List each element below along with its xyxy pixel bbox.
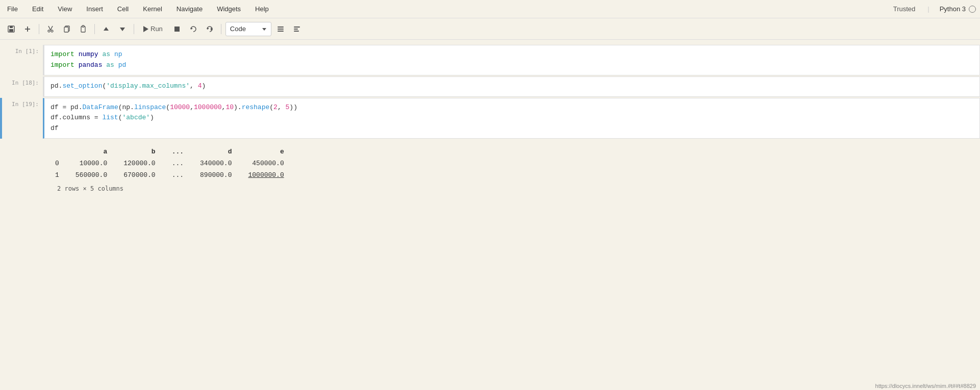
code-line-3-3: df — [51, 123, 973, 134]
svg-rect-23 — [294, 29, 298, 30]
menu-view[interactable]: View — [55, 4, 75, 14]
df-underlined-value: 1000000.0 — [248, 171, 284, 179]
cell-1: In [1]: import numpy as np import pandas… — [0, 45, 980, 75]
df-header-idx — [53, 146, 67, 158]
cell-3-output: a b ... d e 0 10000.0 120000.0 ... 34000… — [43, 140, 980, 198]
run-button[interactable]: Run — [138, 22, 168, 36]
command-palette-button[interactable] — [273, 22, 288, 36]
menu-insert[interactable]: Insert — [83, 4, 106, 14]
svg-rect-10 — [82, 25, 84, 27]
status-url: https://dlocycs.innelt/ws/mim.#t##t#8829 — [875, 383, 976, 389]
cell-3: In [19]: df = pd.DataFrame(np.linspace(1… — [0, 98, 980, 139]
menu-navigate[interactable]: Navigate — [173, 4, 206, 14]
df-header-b: b — [115, 146, 163, 158]
move-down-button[interactable] — [115, 22, 130, 36]
code-line-1-2: import pandas as pd — [51, 60, 973, 71]
cell-type-dropdown[interactable]: Code — [225, 22, 271, 36]
cut-button[interactable] — [43, 22, 58, 36]
svg-marker-16 — [207, 28, 209, 30]
cell-type-value: Code — [230, 25, 246, 33]
menu-bar: File Edit View Insert Cell Kernel Naviga… — [0, 0, 980, 18]
menu-help[interactable]: Help — [252, 4, 272, 14]
toolbar-divider-4 — [221, 24, 221, 34]
df-cell-0-ellipsis: ... — [164, 158, 192, 169]
cell-toolbar-button[interactable] — [290, 22, 304, 36]
svg-point-6 — [51, 30, 53, 32]
menu-kernel[interactable]: Kernel — [140, 4, 165, 14]
as-kw-2: as — [106, 61, 114, 69]
svg-rect-21 — [278, 31, 284, 32]
df-cell-0-e: 450000.0 — [240, 158, 292, 169]
restart-run-button[interactable] — [203, 22, 217, 36]
df-cell-0-d: 340000.0 — [192, 158, 240, 169]
svg-rect-2 — [9, 29, 13, 32]
stop-button[interactable] — [170, 22, 184, 36]
trusted-label: Trusted — [893, 5, 916, 13]
paste-button[interactable] — [76, 22, 90, 36]
save-button[interactable] — [4, 22, 18, 36]
svg-marker-12 — [120, 28, 125, 31]
df-cell-0-a: 10000.0 — [67, 158, 115, 169]
code-line-2-1: pd.set_option('display.max_columns', 4) — [51, 81, 973, 92]
svg-rect-8 — [64, 27, 68, 32]
cell-3-label: In [19]: — [2, 98, 43, 139]
status-bar: https://dlocycs.innelt/ws/mim.#t##t#8829 — [871, 382, 980, 390]
cell-2-label: In [18]: — [2, 76, 43, 97]
df-header-e: e — [240, 146, 292, 158]
svg-point-5 — [48, 30, 50, 32]
toolbar-divider-3 — [134, 24, 134, 34]
code-line-3-2: df.columns = list('abcde') — [51, 113, 973, 123]
kernel-status-icon — [969, 6, 976, 13]
cell-2-code[interactable]: pd.set_option('display.max_columns', 4) — [43, 76, 980, 97]
code-line-1-1: import numpy as np — [51, 49, 973, 60]
df-row-1: 1 560000.0 670000.0 ... 890000.0 1000000… — [53, 169, 292, 181]
df-cell-1-d: 890000.0 — [192, 169, 240, 181]
svg-rect-14 — [174, 27, 180, 32]
restart-button[interactable] — [186, 22, 200, 36]
svg-rect-19 — [278, 27, 284, 28]
df-header-a: a — [67, 146, 115, 158]
svg-marker-18 — [262, 28, 266, 31]
svg-rect-9 — [81, 27, 85, 32]
menu-edit[interactable]: Edit — [29, 4, 46, 14]
code-line-3-1: df = pd.DataFrame(np.linspace(10000,1000… — [51, 102, 973, 113]
menu-cell[interactable]: Cell — [114, 4, 132, 14]
df-cell-1-a: 560000.0 — [67, 169, 115, 181]
df-cell-0-b: 120000.0 — [115, 158, 163, 169]
as-kw-1: as — [102, 50, 110, 58]
df-cell-1-ellipsis: ... — [164, 169, 192, 181]
df-row-0: 0 10000.0 120000.0 ... 340000.0 450000.0 — [53, 158, 292, 169]
dataframe-output: a b ... d e 0 10000.0 120000.0 ... 34000… — [49, 146, 980, 192]
move-up-button[interactable] — [99, 22, 113, 36]
cell-3-code[interactable]: df = pd.DataFrame(np.linspace(10000,1000… — [43, 98, 980, 139]
add-cell-button[interactable] — [20, 22, 35, 36]
svg-rect-22 — [294, 27, 300, 28]
cell-1-code[interactable]: import numpy as np import pandas as pd — [43, 45, 980, 75]
svg-rect-20 — [278, 29, 284, 30]
df-header-d: d — [192, 146, 240, 158]
svg-rect-24 — [294, 31, 299, 32]
menu-widgets[interactable]: Widgets — [214, 4, 244, 14]
import-kw: import — [51, 50, 74, 58]
cell-1-label: In [1]: — [2, 45, 43, 75]
numpy-mod: numpy — [79, 50, 98, 58]
df-cell-1-e: 1000000.0 — [240, 169, 292, 181]
copy-button[interactable] — [60, 22, 74, 36]
df-idx-0: 0 — [53, 158, 67, 169]
svg-marker-11 — [104, 27, 109, 31]
df-header-ellipsis: ... — [164, 146, 192, 158]
svg-marker-13 — [143, 26, 148, 32]
svg-rect-1 — [10, 26, 13, 28]
np-alias: np — [114, 50, 122, 58]
toolbar-divider-1 — [39, 24, 39, 34]
df-info-text: 2 rows × 5 columns — [57, 185, 980, 192]
dataframe-table: a b ... d e 0 10000.0 120000.0 ... 34000… — [53, 146, 292, 181]
run-label: Run — [150, 25, 163, 33]
pd-alias: pd — [118, 61, 127, 69]
cell-2: In [18]: pd.set_option('display.max_colu… — [0, 76, 980, 97]
menu-file[interactable]: File — [4, 4, 21, 14]
pandas-mod: pandas — [79, 61, 103, 69]
df-idx-1: 1 — [53, 169, 67, 181]
kernel-label: Python 3 — [940, 5, 976, 13]
import-kw-2: import — [51, 61, 74, 69]
